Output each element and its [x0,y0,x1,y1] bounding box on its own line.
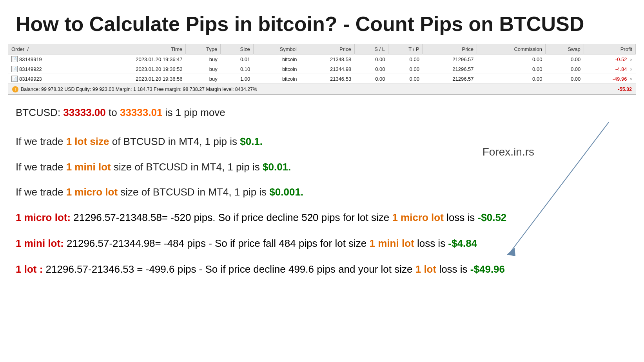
cell-time: 2023.01.20 19:36:56 [81,74,185,84]
table-row: 📄 83149923 2023.01.20 19:36:56 buy 1.00 … [8,74,636,84]
cell-sl: 0.00 [354,64,388,74]
microlot-prefix: If we trade [16,186,66,198]
cell-size: 1.00 [221,74,254,84]
minilot-middle: size of BTCUSD in MT4, 1 pip is [111,161,263,173]
lot-highlight: 1 lot size [66,136,109,147]
cell-tp: 0.00 [388,64,423,74]
order-icon: 📄 [11,66,18,72]
microlot-calc-value: -$0.52 [478,212,507,223]
minilot-calc-value: -$4.84 [448,237,477,249]
lot-middle: of BTCUSD in MT4, 1 pip is [109,136,240,147]
lot-prefix: If we trade [16,136,66,147]
cell-price-open: 21348.58 [300,54,354,64]
cell-sl: 0.00 [354,54,388,64]
col-tp: T / P [388,44,423,54]
microlot-calc-suffix: loss is [444,212,478,223]
lot-calc-label: 1 lot : [16,263,43,275]
cell-price-current: 21296.57 [423,54,477,64]
order-id: 83149923 [19,76,42,82]
col-commission: Commission [477,44,546,54]
page-title: How to Calculate Pips in bitcoin? - Coun… [0,0,644,44]
pip-suffix: is 1 pip move [162,107,225,118]
microlot-calc-label: 1 micro lot: [16,212,71,223]
minilot-highlight: 1 mini lot [66,161,111,173]
cell-profit: -0.52 × [584,54,635,64]
cell-time: 2023.01.20 19:36:52 [81,64,185,74]
lot-calc-suffix: loss is [436,263,470,275]
minilot-calc-text: 21296.57-21344.98= -484 pips - So if pri… [67,237,370,249]
close-button[interactable]: × [630,77,632,81]
col-order[interactable]: Order / [8,44,81,54]
order-icon: 📄 [11,56,18,62]
total-profit: -55.32 [618,87,632,92]
cell-swap: 0.00 [545,64,584,74]
microlot-middle: size of BTCUSD in MT4, 1 pip is [118,186,269,198]
cell-profit: -49.96 × [584,74,635,84]
col-time: Time [81,44,185,54]
col-price-open: Price [300,44,354,54]
pip-prefix: BTCUSD: [16,107,63,118]
balance-row: ! Balance: 99 978.32 USD Equity: 99 923.… [8,84,636,94]
pip-value1: 33333.00 [63,107,105,118]
cell-sl: 0.00 [354,74,388,84]
cell-price-open: 21346.53 [300,74,354,84]
cell-size: 0.10 [221,64,254,74]
microlot-highlight: 1 micro lot [66,186,118,198]
balance-text: Balance: 99 978.32 USD Equity: 99 923.00… [21,87,257,92]
trade-minilot-info: If we trade 1 mini lot size of BTCUSD in… [16,160,628,174]
cell-commission: 0.00 [477,74,546,84]
col-type: Type [186,44,221,54]
cell-symbol: bitcoin [253,54,300,64]
pip-value2: 33333.01 [120,107,162,118]
microlot-calc-highlight: 1 micro lot [392,212,443,223]
lot-calc-value: -$49.96 [470,263,505,275]
cell-tp: 0.00 [388,74,423,84]
trading-table-container: Order / Time Type Size Symbol Price S / … [8,44,636,95]
close-button[interactable]: × [630,67,632,72]
table-row: 📄 83149919 2023.01.20 19:36:47 buy 0.01 … [8,54,636,64]
cell-time: 2023.01.20 19:36:47 [81,54,185,64]
cell-price-current: 21296.57 [423,64,477,74]
trade-lot-info: If we trade 1 lot size of BTCUSD in MT4,… [16,134,628,148]
pip-definition: BTCUSD: 33333.00 to 33333.01 is 1 pip mo… [16,107,628,119]
cell-type: buy [186,64,221,74]
lot-calc-highlight: 1 lot [415,263,436,275]
cell-commission: 0.00 [477,64,546,74]
profit-value: -49.96 [613,76,627,82]
content-area: BTCUSD: 33333.00 to 33333.01 is 1 pip mo… [0,95,644,300]
table-row: 📄 83149922 2023.01.20 19:36:52 buy 0.10 … [8,64,636,74]
watermark: Forex.in.rs [483,146,534,158]
minilot-prefix: If we trade [16,161,66,173]
pip-middle: to [106,107,120,118]
cell-tp: 0.00 [388,54,423,64]
minilot-value: $0.01. [263,161,291,173]
lot-calc-block: 1 lot : 21296.57-21346.53 = -499.6 pips … [16,262,628,276]
close-button[interactable]: × [630,57,632,62]
minilot-calc-label: 1 mini lot: [16,237,67,249]
col-sl: S / L [354,44,388,54]
cell-commission: 0.00 [477,54,546,64]
trade-microlot-info: If we trade 1 micro lot size of BTCUSD i… [16,185,628,199]
minilot-calc-suffix: loss is [414,237,448,249]
microlot-calc-block: 1 micro lot: 21296.57-21348.58= -520 pip… [16,210,628,224]
lot-value: $0.1. [240,136,263,147]
cell-type: buy [186,74,221,84]
order-id: 83149922 [19,66,42,72]
microlot-calc-text: 21296.57-21348.58= -520 pips. So if pric… [71,212,392,223]
order-id: 83149919 [19,56,42,62]
cell-symbol: bitcoin [253,64,300,74]
col-price-current: Price [423,44,477,54]
col-swap: Swap [545,44,584,54]
cell-size: 0.01 [221,54,254,64]
cell-profit: -4.84 × [584,64,635,74]
trading-table: Order / Time Type Size Symbol Price S / … [8,44,636,84]
minilot-calc-block: 1 mini lot: 21296.57-21344.98= -484 pips… [16,236,628,250]
lot-calc-text: 21296.57-21346.53 = -499.6 pips - So if … [43,263,415,275]
cell-symbol: bitcoin [253,74,300,84]
col-size: Size [221,44,254,54]
microlot-value: $0.001. [269,186,303,198]
col-profit: Profit [584,44,635,54]
col-symbol: Symbol [253,44,300,54]
cell-price-open: 21344.98 [300,64,354,74]
profit-value: -0.52 [615,56,627,62]
